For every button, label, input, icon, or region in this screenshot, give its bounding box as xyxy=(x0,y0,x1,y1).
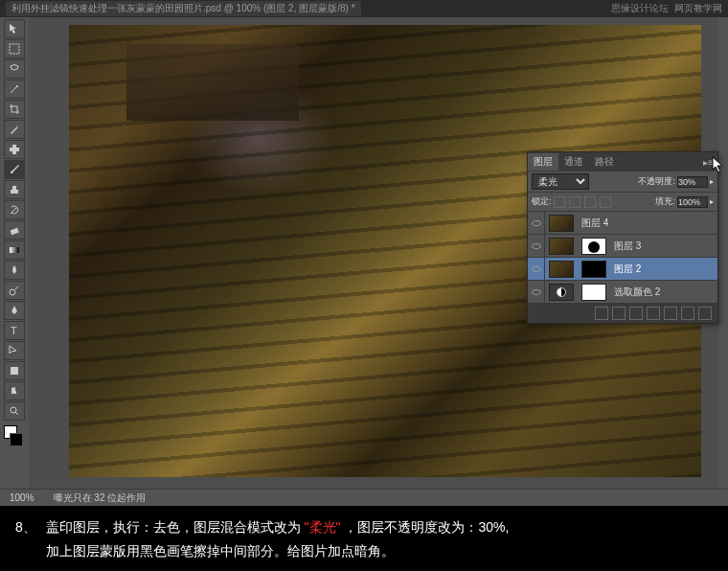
fx-icon[interactable] xyxy=(612,307,626,320)
opacity-input[interactable] xyxy=(677,176,708,188)
status-bar: 100% 曝光只在 32 位起作用 xyxy=(0,489,728,506)
layer-list: 图层 4 图层 3 图层 2 选取颜色 2 xyxy=(528,212,717,304)
lock-all-icon[interactable] xyxy=(600,196,611,208)
adjustment-thumb[interactable] xyxy=(549,284,574,301)
layer-mask-thumb[interactable] xyxy=(581,284,606,301)
tab-layers[interactable]: 图层 xyxy=(528,153,558,171)
svg-text:T: T xyxy=(11,325,17,336)
hand-tool[interactable] xyxy=(4,381,25,400)
trash-icon[interactable] xyxy=(698,307,712,320)
status-info: 曝光只在 32 位起作用 xyxy=(54,491,147,505)
watermark: 思缘设计论坛 网页教学网 xyxy=(611,2,722,15)
layer-row[interactable]: 图层 4 xyxy=(528,212,717,235)
svg-rect-7 xyxy=(11,367,18,375)
step-number: 8、 xyxy=(15,519,36,535)
lock-row: 锁定: 填充: ▸ xyxy=(528,193,717,212)
brush-tool[interactable] xyxy=(4,160,25,179)
svg-point-5 xyxy=(10,289,15,295)
blend-mode-select[interactable]: 柔光 xyxy=(532,173,589,190)
history-brush-tool[interactable] xyxy=(4,200,25,219)
type-tool[interactable]: T xyxy=(4,321,25,340)
adjustment-icon xyxy=(557,287,566,297)
svg-rect-2 xyxy=(10,148,19,151)
blur-tool[interactable] xyxy=(4,261,25,280)
svg-rect-3 xyxy=(11,228,19,235)
eye-icon xyxy=(532,243,541,249)
lock-transparent-icon[interactable] xyxy=(554,196,565,208)
stamp-tool[interactable] xyxy=(4,180,25,199)
svg-rect-4 xyxy=(10,247,19,253)
panel-tabs: 图层 通道 路径 ▸≡ xyxy=(528,152,717,171)
fill-label: 填充: xyxy=(655,195,675,208)
visibility-toggle[interactable] xyxy=(528,281,545,304)
adjustment-icon[interactable] xyxy=(647,307,660,320)
link-layers-icon[interactable] xyxy=(595,307,608,320)
shape-tool[interactable] xyxy=(4,361,25,380)
marquee-tool[interactable] xyxy=(4,39,25,58)
mask-icon[interactable] xyxy=(629,307,643,320)
tutorial-caption: 8、 盖印图层，执行：去色，图层混合模式改为 "柔光" ，图层不透明度改为：30… xyxy=(0,506,728,571)
zoom-tool[interactable] xyxy=(4,401,25,421)
layer-name[interactable]: 图层 4 xyxy=(578,217,717,230)
tools-toolbar: T xyxy=(0,17,29,506)
visibility-toggle[interactable] xyxy=(528,258,545,281)
color-swatches[interactable] xyxy=(4,425,25,446)
caption-text-2: ，图层不透明度改为：30%, xyxy=(344,519,509,535)
layer-row[interactable]: 图层 2 xyxy=(528,258,717,281)
layer-row[interactable]: 选取颜色 2 xyxy=(528,281,717,304)
layer-row[interactable]: 图层 3 xyxy=(528,235,717,258)
crop-tool[interactable] xyxy=(4,100,25,119)
healing-tool[interactable] xyxy=(4,140,25,159)
pen-tool[interactable] xyxy=(4,301,25,320)
layer-thumb[interactable] xyxy=(549,215,574,232)
watermark-site: 网页教学网 xyxy=(674,2,722,15)
gradient-tool[interactable] xyxy=(4,240,25,260)
document-tab[interactable]: 利用外挂滤镜快速处理一张灰蒙蒙的田园照片.psd @ 100% (图层 2, 图… xyxy=(6,1,361,16)
path-tool[interactable] xyxy=(4,341,25,360)
caption-text-1: 盖印图层，执行：去色，图层混合模式改为 xyxy=(46,519,301,535)
layer-name[interactable]: 图层 2 xyxy=(610,263,717,276)
tab-paths[interactable]: 路径 xyxy=(589,153,620,171)
layer-thumb[interactable] xyxy=(549,238,574,255)
opacity-label: 不透明度: xyxy=(638,175,675,188)
visibility-toggle[interactable] xyxy=(528,235,545,258)
lasso-tool[interactable] xyxy=(4,59,25,79)
lock-label: 锁定: xyxy=(532,195,552,208)
fill-stepper-icon[interactable]: ▸ xyxy=(710,197,714,206)
eye-icon xyxy=(532,266,541,272)
eyedropper-tool[interactable] xyxy=(4,120,25,139)
background-swatch[interactable] xyxy=(10,433,23,446)
panel-footer xyxy=(528,304,717,323)
layer-thumb[interactable] xyxy=(549,261,574,278)
visibility-toggle[interactable] xyxy=(528,212,545,235)
layer-mask-thumb[interactable] xyxy=(581,261,606,278)
lock-position-icon[interactable] xyxy=(584,196,596,208)
caption-text-3: 加上图层蒙版用黑色画笔擦掉中间部分。给图片加点暗角。 xyxy=(46,543,395,559)
zoom-level[interactable]: 100% xyxy=(10,492,34,503)
group-icon[interactable] xyxy=(664,307,677,320)
eraser-tool[interactable] xyxy=(4,220,25,240)
cursor-icon xyxy=(712,156,725,175)
opacity-stepper-icon[interactable]: ▸ xyxy=(710,177,714,186)
caption-highlight: "柔光" xyxy=(305,519,341,535)
wand-tool[interactable] xyxy=(4,80,25,99)
tab-channels[interactable]: 通道 xyxy=(558,153,589,171)
new-layer-icon[interactable] xyxy=(681,307,694,320)
eye-icon xyxy=(532,289,541,295)
layer-name[interactable]: 选取颜色 2 xyxy=(610,286,717,299)
move-tool[interactable] xyxy=(4,19,25,38)
eye-icon xyxy=(532,220,541,226)
photoshop-window: 利用外挂滤镜快速处理一张灰蒙蒙的田园照片.psd @ 100% (图层 2, 图… xyxy=(0,0,728,506)
lock-pixels-icon[interactable] xyxy=(569,196,580,208)
fill-input[interactable] xyxy=(677,196,708,208)
watermark-forum: 思缘设计论坛 xyxy=(611,2,669,15)
layer-name[interactable]: 图层 3 xyxy=(610,240,717,253)
dodge-tool[interactable] xyxy=(4,281,25,300)
layers-panel: 图层 通道 路径 ▸≡ 柔光 不透明度: ▸ 锁定: 填充: ▸ 图层 4 xyxy=(527,151,718,324)
blend-row: 柔光 不透明度: ▸ xyxy=(528,171,717,193)
layer-mask-thumb[interactable] xyxy=(581,238,606,255)
svg-rect-0 xyxy=(10,44,19,54)
